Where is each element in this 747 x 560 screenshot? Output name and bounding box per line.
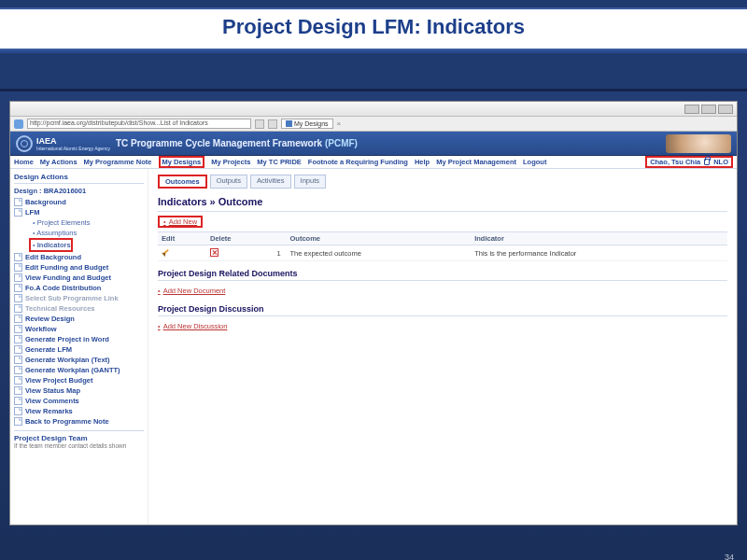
delete-icon[interactable] [210,248,218,257]
nav-home[interactable]: Home [14,158,34,166]
search-icon[interactable] [268,119,277,129]
nav-my-actions[interactable]: My Actions [40,158,78,166]
nav-footnote-funding[interactable]: Footnote a Requiring Funding [308,158,408,166]
subtab-activities[interactable]: Activities [250,175,291,189]
sidebar-subitem[interactable]: Assumptions [33,228,144,238]
user-name: Chao, Tsu Chia [650,158,700,166]
row-outcome: The expected outcome [287,245,472,261]
sidebar-item[interactable]: Back to Programme Note [14,416,144,427]
sidebar-item[interactable]: Generate Workplan (GANTT) [14,365,144,375]
close-button[interactable] [718,105,733,114]
window-buttons [684,105,733,114]
sidebar-item-label: View Status Map [25,386,80,395]
nav-my-programme-note[interactable]: My Programme Note [84,158,152,166]
nav-my-designs[interactable]: My Designs [159,156,205,168]
doc-icon [14,376,22,385]
add-new-discussion-link[interactable]: Add New Discussion [158,322,227,330]
doc-icon [14,198,22,206]
indicators-table: Edit Delete Outcome Indicator 1 The expe… [158,231,727,261]
sidebar-item[interactable]: View Funding and Budget [14,273,144,283]
doc-icon [14,284,22,292]
sidebar-item-label: View Funding and Budget [25,273,111,282]
col-edit: Edit [158,232,206,245]
project-team-text: If the team member contact details shown [14,442,144,450]
sidebar-item[interactable]: Fo.A Code Distribution [14,283,144,293]
sidebar-item-label: Select Sub Programme Link [25,294,119,302]
doc-icon [14,366,22,374]
edit-icon[interactable] [162,247,171,257]
sidebar-item[interactable]: Generate LFM [14,344,144,355]
subtab-outputs[interactable]: Outputs [210,175,247,189]
atom-icon [16,135,33,152]
main-nav: Home My Actions My Programme Note My Des… [10,156,737,169]
sidebar-item-label: Generate LFM [25,345,72,354]
sidebar-item[interactable]: View Remarks [14,406,144,416]
doc-icon [14,208,22,217]
url-input[interactable]: http://pcmf.iaea.org/distributepub/dist/… [27,119,251,129]
doc-icon [14,356,22,364]
browser-tab[interactable]: My Designs [281,119,333,129]
reload-icon[interactable] [255,119,264,129]
col-outcome: Outcome [287,232,472,245]
sidebar-item[interactable]: View Comments [14,396,144,406]
maximize-button[interactable] [701,105,716,114]
nav-my-projects[interactable]: My Projects [211,158,250,166]
nav-help[interactable]: Help [415,158,430,166]
row-indicator: This is the performance Indicator [471,245,727,261]
doc-icon [14,397,22,405]
sidebar-item[interactable]: Select Sub Programme Link [14,293,144,303]
subtab-outcomes[interactable]: Outcomes [158,175,207,189]
user-role: NLO [713,158,728,166]
minimize-button[interactable] [684,105,699,114]
nav-my-tc-pride[interactable]: My TC PRIDE [257,158,302,166]
slide-number: 34 [725,553,734,560]
sidebar-item[interactable]: Background [14,197,144,207]
doc-icon [14,386,22,395]
org-logo[interactable]: IAEA International Atomic Energy Agency [16,135,110,152]
sidebar-item[interactable]: Workflow [14,324,144,334]
related-docs-heading: Project Design Related Documents [158,269,727,278]
sidebar-subitem[interactable]: Indicators [29,238,73,252]
col-delete: Delete [206,232,274,245]
sidebar-item[interactable]: View Status Map [14,385,144,396]
design-id: BRA2016001 [44,187,86,195]
sidebar-heading: Design Actions [14,173,144,184]
sidebar-item[interactable]: Generate Project in Word [14,334,144,344]
sidebar-item[interactable]: Edit Background [14,252,144,262]
design-id-row: Design : BRA2016001 [14,187,144,195]
sidebar-list: BackgroundLFMProject ElementsAssumptions… [14,197,144,427]
nav-my-project-mgmt[interactable]: My Project Management [436,158,516,166]
doc-icon [14,407,22,415]
user-info: Chao, Tsu Chia NLO [645,156,733,168]
col-num [274,232,287,245]
sidebar-item-label: View Project Budget [25,376,92,385]
site-identity-icon[interactable] [14,119,23,129]
tab-favicon-icon [286,120,292,127]
doc-icon [14,315,22,323]
subtab-inputs[interactable]: Inputs [294,175,326,189]
sidebar-item[interactable]: Review Design [14,314,144,324]
sidebar: Design Actions Design : BRA2016001 Backg… [10,169,148,525]
sidebar-item[interactable]: LFM [14,207,144,217]
doc-icon [14,325,22,333]
app-header: IAEA International Atomic Energy Agency … [10,132,737,156]
col-indicator: Indicator [471,232,727,245]
doc-icon [14,304,22,313]
doc-icon [14,273,22,282]
sidebar-item[interactable]: View Project Budget [14,375,144,385]
tab-close-icon[interactable]: × [337,119,342,128]
project-team-heading: Project Design Team [14,430,144,442]
sidebar-subitem[interactable]: Project Elements [33,217,144,228]
add-new-indicator-link[interactable]: Add New [158,216,203,228]
divider [158,315,727,316]
sidebar-item[interactable]: Generate Workplan (Text) [14,355,144,365]
sidebar-item[interactable]: Edit Funding and Budget [14,262,144,273]
nav-logout[interactable]: Logout [523,158,546,166]
subtab-row: Outcomes Outputs Activities Inputs [158,175,727,189]
slide-title: Project Design LFM: Indicators [0,15,747,39]
divider [158,211,727,212]
discussion-heading: Project Design Discussion [158,304,727,314]
add-new-document-link[interactable]: Add New Document [158,287,225,295]
lock-icon [704,159,710,165]
sidebar-item[interactable]: Technical Resources [14,303,144,314]
